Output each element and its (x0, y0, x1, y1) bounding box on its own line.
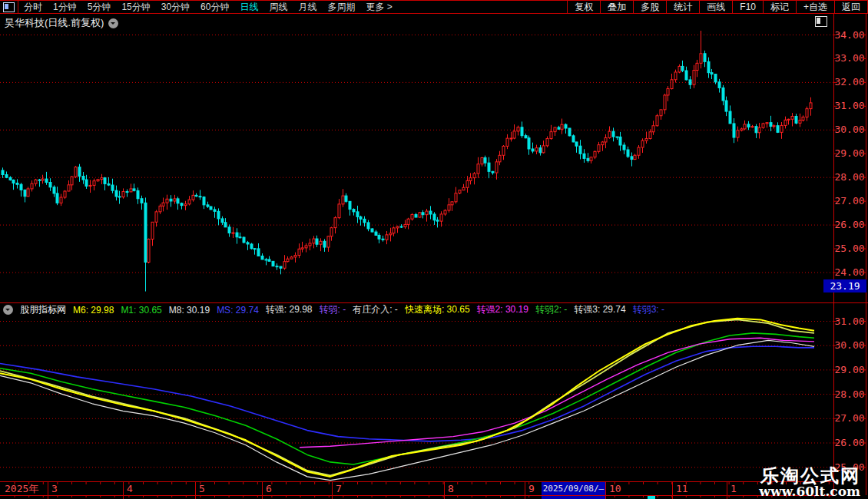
svg-text:26.00: 26.00 (834, 219, 864, 230)
svg-text:27.00: 27.00 (834, 412, 864, 424)
stock-title[interactable]: 昊华科技(日线.前复权) (5, 16, 104, 30)
svg-text:11: 11 (676, 483, 688, 494)
toolbar-right-group: 复权 叠加 多股 统计 画线 F10 标记 +自选 返回 (567, 1, 868, 13)
indicator-value-kuaisulichang: 快速离场: 30.65 (405, 304, 470, 316)
indicator-value-zhuanruo: 转弱: - (320, 304, 346, 316)
svg-text:25.00: 25.00 (834, 243, 864, 254)
indicator-value-zhuanqiang2: 转强2: 30.19 (477, 304, 528, 316)
svg-text:26.00: 26.00 (834, 437, 864, 448)
btn-overlay[interactable]: 叠加 (601, 1, 633, 14)
window-icon[interactable] (3, 2, 15, 12)
indicator-header: 股朋指标网 M6: 29.98 M1: 30.65 M8: 30.19 MS: … (3, 304, 830, 316)
svg-text:3: 3 (51, 483, 58, 494)
tab-weekly[interactable]: 周线 (263, 1, 293, 14)
svg-text:7: 7 (336, 483, 342, 494)
svg-text:29.00: 29.00 (834, 147, 864, 159)
svg-text:24.00: 24.00 (834, 266, 864, 278)
btn-multi-stock[interactable]: 多股 (634, 1, 666, 14)
btn-stats[interactable]: 统计 (667, 1, 699, 14)
watermark: 乐淘公式网 www.60lt.com (759, 467, 860, 498)
svg-text:6: 6 (266, 483, 272, 494)
tab-more[interactable]: 更多 > (360, 1, 397, 14)
indicator-value-zhuanruo2: 转弱2: - (535, 304, 567, 316)
tab-fenshi[interactable]: 分时 (18, 1, 48, 14)
chart-canvas[interactable]: 34.0033.0032.0031.0030.0029.0028.0027.00… (0, 0, 868, 499)
svg-text:5: 5 (199, 483, 205, 494)
stock-title-row: 昊华科技(日线.前复权) (5, 16, 118, 30)
svg-text:32.00: 32.00 (834, 76, 864, 88)
svg-text:9: 9 (528, 483, 535, 494)
svg-text:31.00: 31.00 (834, 316, 864, 327)
btn-back[interactable]: 返回 (835, 1, 867, 14)
svg-text:2025年: 2025年 (5, 483, 38, 494)
tab-60min[interactable]: 60分钟 (195, 1, 234, 14)
btn-add-watchlist[interactable]: +自选 (797, 1, 834, 14)
svg-text:10: 10 (609, 483, 621, 494)
top-toolbar: 分时 1分钟 5分钟 15分钟 30分钟 60分钟 日线 周线 月线 多周期 更… (0, 0, 868, 14)
pane-layout-icon[interactable] (815, 16, 827, 27)
indicator-value-m6: M6: 29.98 (73, 305, 114, 316)
btn-f10[interactable]: F10 (733, 2, 763, 12)
last-price-badge: 23.19 (823, 279, 866, 292)
indicator-value-m8: M8: 30.19 (169, 305, 210, 316)
btn-drawline[interactable]: 画线 (700, 1, 732, 14)
indicator-value-zhuanqiang: 转强: 29.98 (266, 304, 313, 316)
tab-monthly[interactable]: 月线 (293, 1, 322, 14)
tab-5min[interactable]: 5分钟 (82, 1, 117, 14)
tab-multi-period[interactable]: 多周期 (322, 1, 360, 14)
svg-text:29.00: 29.00 (834, 364, 864, 375)
indicator-value-zhuanqiang3: 转强3: 29.74 (574, 304, 625, 316)
btn-mark[interactable]: 标记 (764, 1, 796, 14)
indicator-value-youzhuangjieru: 有庄介入: - (353, 304, 398, 316)
svg-text:4: 4 (127, 483, 133, 494)
indicator-chevron-down-icon[interactable] (3, 305, 13, 315)
svg-text:1: 1 (731, 483, 737, 494)
date-highlight-badge: 2025/09/08/— (542, 482, 605, 495)
btn-fuquan[interactable]: 复权 (568, 1, 600, 14)
svg-text:34.00: 34.00 (834, 29, 864, 41)
indicator-value-zhuanruo3: 转弱3: - (633, 304, 664, 316)
chevron-down-icon[interactable] (108, 18, 118, 28)
watermark-url: www.60lt.com (759, 485, 860, 498)
indicator-value-m1: M1: 30.65 (121, 305, 161, 316)
svg-text:27.00: 27.00 (834, 195, 864, 207)
watermark-site-name: 乐淘公式网 (759, 467, 860, 485)
indicator-name[interactable]: 股朋指标网 (20, 304, 66, 316)
svg-text:33.00: 33.00 (834, 52, 864, 64)
svg-text:30.00: 30.00 (834, 339, 864, 351)
tab-30min[interactable]: 30分钟 (156, 1, 195, 14)
trading-app-window: 34.0033.0032.0031.0030.0029.0028.0027.00… (0, 0, 868, 499)
tab-15min[interactable]: 15分钟 (116, 1, 155, 14)
indicator-value-ms: MS: 29.74 (217, 305, 259, 316)
svg-text:31.00: 31.00 (834, 100, 864, 111)
svg-text:8: 8 (448, 483, 454, 494)
svg-text:28.00: 28.00 (834, 388, 864, 400)
tab-1min[interactable]: 1分钟 (48, 1, 82, 14)
svg-text:28.00: 28.00 (834, 171, 864, 183)
tab-daily[interactable]: 日线 (234, 1, 263, 14)
svg-text:30.00: 30.00 (834, 124, 864, 135)
